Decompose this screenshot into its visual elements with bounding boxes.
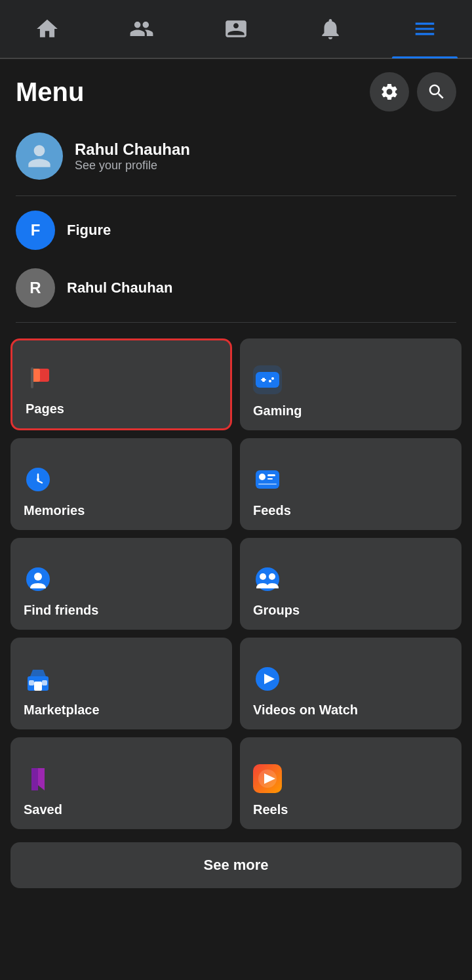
see-more-section: See more <box>0 834 472 899</box>
search-button[interactable] <box>417 72 456 112</box>
svg-point-8 <box>271 377 274 380</box>
find-friends-label: Find friends <box>24 603 219 618</box>
gaming-icon <box>253 365 448 397</box>
grid-item-videos-on-watch[interactable]: Videos on Watch <box>240 638 462 729</box>
videos-on-watch-label: Videos on Watch <box>253 703 448 718</box>
saved-icon <box>24 764 219 796</box>
marketplace-icon <box>24 664 219 696</box>
svg-rect-3 <box>31 367 33 388</box>
groups-label: Groups <box>253 603 448 618</box>
svg-rect-15 <box>267 474 275 476</box>
avatar <box>16 133 63 180</box>
page-title: Menu <box>16 77 84 107</box>
profile-item[interactable]: Rahul Chauhan See your profile <box>0 122 472 190</box>
svg-rect-16 <box>267 478 273 480</box>
svg-point-22 <box>269 573 275 580</box>
grid-item-marketplace[interactable]: Marketplace <box>10 638 232 729</box>
saved-label: Saved <box>24 802 219 817</box>
svg-point-21 <box>260 573 266 580</box>
grid-item-memories[interactable]: Memories <box>10 438 232 530</box>
svg-rect-24 <box>34 682 42 691</box>
grid-item-pages[interactable]: Pages <box>10 338 232 430</box>
account-avatar-figure: F <box>16 211 55 250</box>
grid-item-groups[interactable]: Groups <box>240 538 462 630</box>
divider-2 <box>16 322 456 323</box>
nav-friends[interactable] <box>102 0 181 58</box>
grid-item-gaming[interactable]: Gaming <box>240 338 462 430</box>
svg-point-9 <box>269 380 271 382</box>
find-friends-icon <box>24 565 219 596</box>
profile-info: Rahul Chauhan See your profile <box>75 140 190 173</box>
grid-item-feeds[interactable]: Feeds <box>240 438 462 530</box>
reels-label: Reels <box>253 802 448 817</box>
nav-feed[interactable] <box>197 0 275 58</box>
account-item-figure[interactable]: F Figure <box>0 201 472 259</box>
see-more-button[interactable]: See more <box>10 842 462 888</box>
nav-home[interactable] <box>8 0 87 58</box>
profile-name: Rahul Chauhan <box>75 140 190 159</box>
svg-rect-5 <box>256 372 279 388</box>
menu-header: Menu <box>0 59 472 122</box>
pages-icon <box>26 363 217 395</box>
profile-sub: See your profile <box>75 159 190 173</box>
marketplace-label: Marketplace <box>24 703 219 718</box>
memories-icon <box>24 465 219 497</box>
svg-rect-7 <box>261 379 266 380</box>
divider <box>16 195 456 196</box>
nav-notifications[interactable] <box>291 0 370 58</box>
grid-item-find-friends[interactable]: Find friends <box>10 538 232 630</box>
svg-rect-25 <box>29 680 34 685</box>
header-actions <box>370 72 456 112</box>
svg-rect-13 <box>256 470 279 489</box>
account-item-rahul[interactable]: R Rahul Chauhan <box>0 259 472 317</box>
videos-on-watch-icon <box>253 664 448 696</box>
feeds-label: Feeds <box>253 503 448 518</box>
svg-point-14 <box>259 474 266 480</box>
grid-item-reels[interactable]: Reels <box>240 737 462 829</box>
shortcut-grid: Pages Gaming Memories <box>0 328 472 834</box>
feeds-icon <box>253 465 448 497</box>
svg-rect-17 <box>258 483 277 485</box>
top-navigation <box>0 0 472 59</box>
svg-point-12 <box>37 478 39 481</box>
grid-item-saved[interactable]: Saved <box>10 737 232 829</box>
groups-icon <box>253 565 448 596</box>
pages-label: Pages <box>26 401 217 417</box>
account-name-rahul: Rahul Chauhan <box>67 279 172 296</box>
memories-label: Memories <box>24 503 219 518</box>
account-name-figure: Figure <box>67 222 111 239</box>
svg-point-19 <box>34 573 42 581</box>
reels-icon <box>253 764 448 796</box>
nav-menu[interactable] <box>385 0 464 58</box>
gaming-label: Gaming <box>253 403 448 419</box>
svg-rect-26 <box>42 680 47 685</box>
account-avatar-rahul: R <box>16 268 55 308</box>
settings-button[interactable] <box>370 72 409 112</box>
